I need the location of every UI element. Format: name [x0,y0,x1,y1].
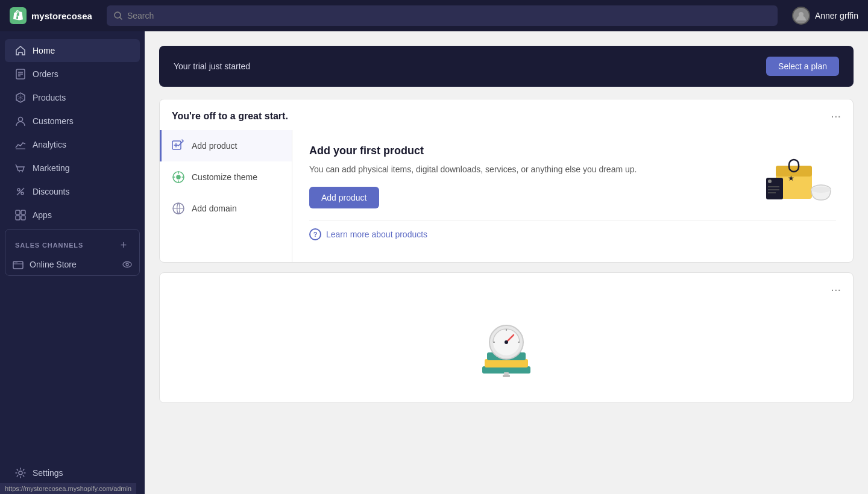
product-panel-title: Add your first product [309,145,743,157]
sidebar: Home Orders Products [0,31,145,494]
user-menu[interactable]: Anner grffin [792,7,858,25]
user-name: Anner grffin [815,11,858,20]
svg-text:★: ★ [788,174,794,183]
search-bar[interactable] [107,5,778,26]
statusbar: https://mystorecosea.myshopify.com/admin [0,483,136,494]
sidebar-item-analytics[interactable]: Analytics [5,133,140,156]
learn-more-link[interactable]: ? Learn more about products [309,220,836,248]
getting-started-content: Add product Customize theme [160,130,853,262]
step-add-domain[interactable]: Add domain [160,193,292,224]
card-header: You're off to a great start. ··· [160,99,853,130]
sidebar-item-home[interactable]: Home [5,39,140,62]
getting-started-card: You're off to a great start. ··· [159,99,854,263]
marketing-icon [14,162,27,174]
sidebar-item-orders[interactable]: Orders [5,63,140,86]
svg-point-7 [19,117,23,122]
store-logo[interactable]: mystorecosea [10,7,92,24]
step-customize-icon [171,170,186,184]
layout: Home Orders Products [0,0,868,494]
step-add-product[interactable]: Add product [160,130,292,161]
svg-point-45 [505,340,508,344]
second-card-header: ··· [160,273,853,306]
svg-point-32 [768,180,772,183]
product-panel: Add your first product You can add physi… [292,130,853,262]
step-add-product-icon [171,139,186,153]
svg-line-1 [119,17,122,20]
sidebar-item-marketing[interactable]: Marketing [5,157,140,180]
products-icon [14,92,27,104]
avatar [792,7,810,25]
card-title: You're off to a great start. [172,111,288,122]
svg-rect-14 [16,210,20,214]
svg-rect-49 [504,372,509,375]
select-plan-button[interactable]: Select a plan [766,57,839,76]
sidebar-item-apps[interactable]: Apps [5,204,140,227]
sidebar-item-discounts[interactable]: Discounts [5,180,140,203]
help-icon: ? [309,228,321,240]
online-store-label: Online Store [30,260,77,269]
shopify-logo-icon [10,7,27,24]
svg-point-9 [19,171,20,172]
product-panel-desc: You can add physical items, digital down… [309,163,743,176]
product-illustration: ★ [758,145,836,211]
svg-point-37 [811,187,831,193]
step-customize-theme[interactable]: Customize theme [160,161,292,193]
sidebar-item-settings[interactable]: Settings [5,461,140,484]
svg-rect-40 [485,359,528,367]
search-input[interactable] [127,11,770,20]
discounts-icon [14,186,27,198]
second-card: ··· [159,272,854,403]
trial-banner: Your trial just started Select a plan [159,46,854,87]
step-domain-icon [171,201,186,216]
second-card-more-button[interactable]: ··· [831,283,841,296]
card-more-button[interactable]: ··· [831,109,841,123]
add-channel-button[interactable]: + [118,239,130,251]
online-store-icon [13,259,24,270]
svg-point-21 [123,262,131,267]
online-store-visibility-toggle[interactable] [122,260,132,269]
svg-point-10 [22,171,23,172]
orders-icon [14,68,27,80]
svg-rect-50 [503,375,510,377]
main-content: Your trial just started Select a plan Yo… [145,31,868,494]
svg-rect-17 [21,216,25,220]
sales-channels-section: SALES CHANNELS + Online Store [5,229,140,276]
trial-text: Your trial just started [174,61,250,71]
sidebar-item-products[interactable]: Products [5,86,140,109]
home-icon [14,45,27,57]
topnav: mystorecosea Anner grffin [0,0,868,31]
sidebar-item-customers[interactable]: Customers [5,110,140,133]
svg-point-23 [19,471,22,475]
svg-rect-15 [21,210,25,214]
apps-icon [14,209,27,221]
svg-rect-16 [16,216,20,220]
sidebar-item-online-store[interactable]: Online Store [5,254,139,275]
svg-point-12 [21,192,24,195]
store-name: mystorecosea [31,11,92,21]
svg-point-11 [17,189,20,191]
settings-icon [14,467,27,479]
svg-point-20 [16,262,17,263]
svg-point-22 [126,263,128,266]
svg-point-26 [177,175,180,179]
analytics-icon [14,139,27,151]
svg-point-19 [14,262,16,263]
add-product-button[interactable]: Add product [309,187,379,208]
steps-list: Add product Customize theme [160,130,292,262]
sales-channels-header: SALES CHANNELS + [5,233,139,254]
customers-icon [14,115,27,127]
search-icon [114,11,122,20]
second-card-body [160,306,853,402]
